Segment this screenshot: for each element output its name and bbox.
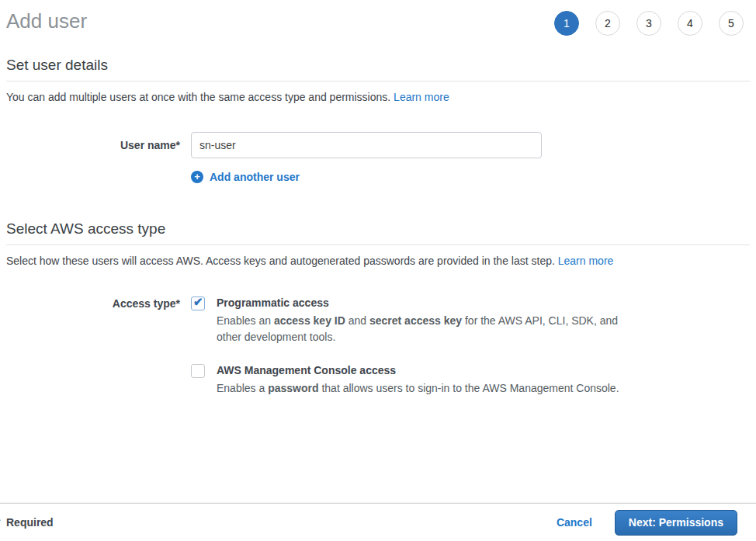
programmatic-access-option: Programmatic access Enables an access ke… <box>191 296 624 345</box>
set-user-details-heading: Set user details <box>6 57 750 81</box>
wizard-footer: * Required Cancel Next: Permissions <box>0 503 756 541</box>
required-note: * Required <box>6 516 54 529</box>
desc-bold: password <box>268 382 318 394</box>
step-1: 1 <box>554 11 579 36</box>
step-3: 3 <box>636 11 661 36</box>
next-permissions-button[interactable]: Next: Permissions <box>615 510 737 536</box>
user-name-row: User name* + Add another user <box>6 132 750 183</box>
set-user-details-section: Set user details You can add multiple us… <box>6 57 750 183</box>
access-type-label: Access type* <box>6 296 191 397</box>
page-title: Add user <box>6 9 87 33</box>
wizard-step-indicator: 1 2 3 4 5 <box>554 11 744 36</box>
access-type-section: Select AWS access type Select how these … <box>6 220 750 397</box>
console-access-description: Enables a password that allows users to … <box>217 380 619 397</box>
plus-circle-icon: + <box>191 171 203 183</box>
console-access-title: AWS Management Console access <box>217 363 619 377</box>
desc-text: Enables a <box>217 382 268 394</box>
required-label: Required <box>6 516 54 529</box>
set-user-details-description: You can add multiple users at once with … <box>6 90 750 105</box>
programmatic-access-description: Enables an access key ID and secret acce… <box>217 313 624 345</box>
step-5: 5 <box>719 11 744 36</box>
desc-text: that allows users to sign-in to the AWS … <box>319 382 619 394</box>
add-another-user-link[interactable]: + Add another user <box>191 171 300 183</box>
user-name-input[interactable] <box>191 132 542 158</box>
console-access-checkbox[interactable] <box>191 364 205 378</box>
add-another-user-label: Add another user <box>210 171 300 183</box>
desc-bold: access key ID <box>274 314 345 327</box>
step-4: 4 <box>678 11 702 36</box>
learn-more-link-access-type[interactable]: Learn more <box>558 255 614 267</box>
desc-text: and <box>345 314 369 327</box>
learn-more-link-user-details[interactable]: Learn more <box>394 91 449 103</box>
desc-text: Enables an <box>217 314 274 327</box>
programmatic-access-checkbox[interactable] <box>191 297 205 310</box>
programmatic-access-title: Programmatic access <box>217 296 624 310</box>
description-text: You can add multiple users at once with … <box>6 91 390 103</box>
access-type-row: Access type* Programmatic access Enables… <box>6 296 750 397</box>
cancel-button[interactable]: Cancel <box>557 516 592 529</box>
access-type-description: Select how these users will access AWS. … <box>6 254 750 269</box>
step-2: 2 <box>595 11 620 36</box>
console-access-option: AWS Management Console access Enables a … <box>191 363 624 397</box>
description-text: Select how these users will access AWS. … <box>6 255 555 267</box>
page-header: Add user 1 2 3 4 5 <box>0 0 756 36</box>
access-type-heading: Select AWS access type <box>6 220 750 245</box>
user-name-label: User name* <box>6 132 191 183</box>
desc-bold: secret access key <box>369 314 462 327</box>
